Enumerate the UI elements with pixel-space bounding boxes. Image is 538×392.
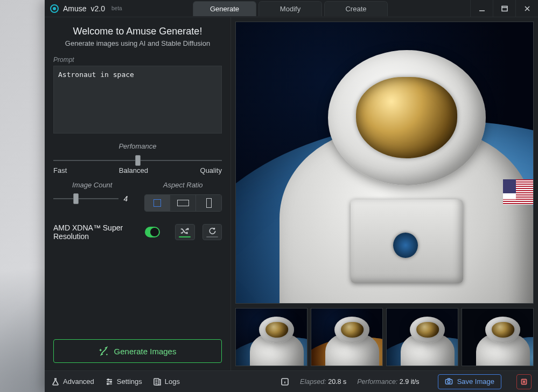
svg-point-13 [448, 381, 450, 383]
app-logo-icon [50, 4, 59, 13]
image-count-title: Image Count [53, 181, 131, 189]
tab-modify[interactable]: Modify [258, 1, 322, 16]
close-button[interactable] [515, 0, 538, 17]
thumbnail-1[interactable] [235, 308, 308, 366]
square-icon [153, 199, 161, 207]
tab-create[interactable]: Create [324, 1, 388, 16]
landscape-icon [177, 200, 189, 206]
save-image-button[interactable]: Save Image [438, 374, 501, 389]
image-count-slider[interactable] [53, 198, 118, 199]
app-version: v2.0 [91, 4, 105, 13]
image-count-value: 4 [124, 194, 131, 203]
right-panel [231, 17, 538, 370]
settings-button[interactable]: Settings [105, 377, 142, 386]
elapsed-label: Elapsed: [300, 378, 326, 386]
settings-label: Settings [117, 377, 142, 386]
sparkle-icon [99, 346, 109, 356]
minimize-button[interactable] [470, 0, 493, 17]
advanced-label: Advanced [63, 377, 94, 386]
aspect-portrait-button[interactable] [196, 195, 221, 211]
image-viewer[interactable] [235, 22, 534, 304]
performance-label: Performance: [357, 378, 397, 386]
aspect-ratio-group [144, 194, 222, 212]
delete-icon [520, 378, 528, 386]
minimize-icon [478, 5, 486, 12]
aspect-landscape-button[interactable] [170, 195, 196, 211]
super-resolution-label: AMD XDNA™ Super Resolution [53, 223, 137, 241]
performance-value: 2.9 it/s [400, 378, 420, 386]
shuffle-icon [180, 227, 190, 235]
prompt-label: Prompt [53, 56, 222, 64]
thumbnail-4[interactable] [462, 308, 534, 366]
window-controls [470, 0, 538, 17]
performance-stat: Performance: 2.9 it/s [357, 378, 419, 386]
generate-button-label: Generate Images [114, 347, 177, 356]
refresh-button[interactable] [202, 224, 222, 240]
super-resolution-toggle[interactable] [145, 227, 160, 237]
portrait-icon [206, 198, 212, 208]
generated-image [236, 22, 533, 303]
elapsed-stat: Elapsed: 20.8 s [300, 378, 346, 386]
maximize-icon [501, 5, 508, 12]
perf-label-balanced: Balanced [119, 166, 148, 174]
perf-label-fast: Fast [53, 166, 67, 174]
app-beta-label: beta [111, 5, 122, 11]
logs-icon [153, 377, 162, 386]
aspect-ratio-title: Aspect Ratio [144, 181, 222, 189]
app-window: Amuse v2.0 beta Generate Modify Create W… [45, 0, 538, 392]
performance-title: Perfomance [53, 142, 222, 150]
shuffle-button[interactable] [175, 224, 194, 240]
titlebar: Amuse v2.0 beta Generate Modify Create [45, 0, 538, 17]
tab-generate[interactable]: Generate [193, 1, 256, 16]
perf-label-quality: Quality [200, 166, 222, 174]
performance-slider[interactable] [53, 160, 222, 161]
thumbnail-3[interactable] [386, 308, 458, 366]
app-name: Amuse [63, 4, 87, 13]
performance-slider-row: Fast Balanced Quality [53, 153, 222, 174]
main-area: Welcome to Amuse Generate! Generate imag… [45, 17, 538, 370]
close-icon [523, 5, 531, 12]
delete-image-button[interactable] [516, 374, 532, 389]
refresh-icon [207, 227, 217, 235]
save-image-label: Save Image [457, 377, 494, 386]
maximize-button[interactable] [493, 0, 515, 17]
thumbnail-strip [235, 308, 534, 366]
app-brand: Amuse v2.0 beta [45, 4, 122, 13]
camera-icon [445, 377, 453, 386]
page-subtitle: Generate images using AI and Stable Diff… [53, 39, 222, 47]
sliders-icon [105, 377, 114, 386]
bottom-bar: Advanced Settings Logs Elapsed: 20.8 s P… [45, 370, 538, 392]
thumbnail-2[interactable] [311, 308, 383, 366]
advanced-button[interactable]: Advanced [51, 377, 94, 386]
left-panel: Welcome to Amuse Generate! Generate imag… [45, 17, 231, 370]
elapsed-value: 20.8 s [328, 378, 346, 386]
svg-rect-1 [502, 6, 507, 11]
top-tabs: Generate Modify Create [193, 0, 390, 17]
logs-label: Logs [165, 377, 180, 386]
page-title: Welcome to Amuse Generate! [53, 26, 222, 37]
info-icon [281, 377, 289, 386]
info-button[interactable] [281, 377, 289, 386]
flask-icon [51, 377, 60, 386]
logs-button[interactable]: Logs [153, 377, 180, 386]
aspect-square-button[interactable] [145, 195, 171, 211]
generate-button[interactable]: Generate Images [53, 339, 222, 363]
prompt-input[interactable] [53, 66, 222, 134]
